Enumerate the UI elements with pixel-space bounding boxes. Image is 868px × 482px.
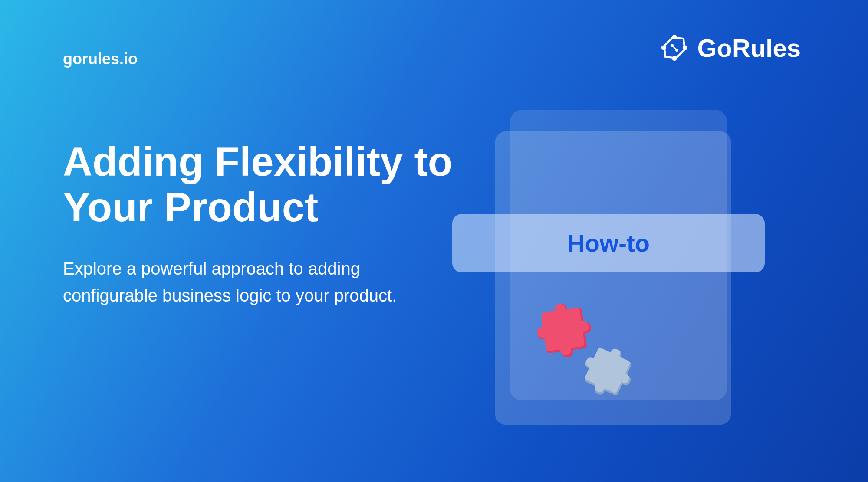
logo-text: GoRules [697,33,801,62]
category-badge-label: How-to [567,229,650,257]
site-url: gorules.io [63,50,138,68]
svg-point-2 [672,56,677,61]
logo-icon [659,33,690,63]
svg-point-3 [661,45,666,50]
svg-point-1 [682,45,687,50]
page-title: Adding Flexibility to Your Product [63,139,454,230]
svg-line-6 [672,45,677,50]
svg-point-0 [672,35,677,39]
category-badge: How-to [452,214,765,272]
page-subtitle: Explore a powerful approach to adding co… [63,255,397,309]
logo: GoRules [659,33,801,63]
puzzle-illustration [525,304,647,416]
